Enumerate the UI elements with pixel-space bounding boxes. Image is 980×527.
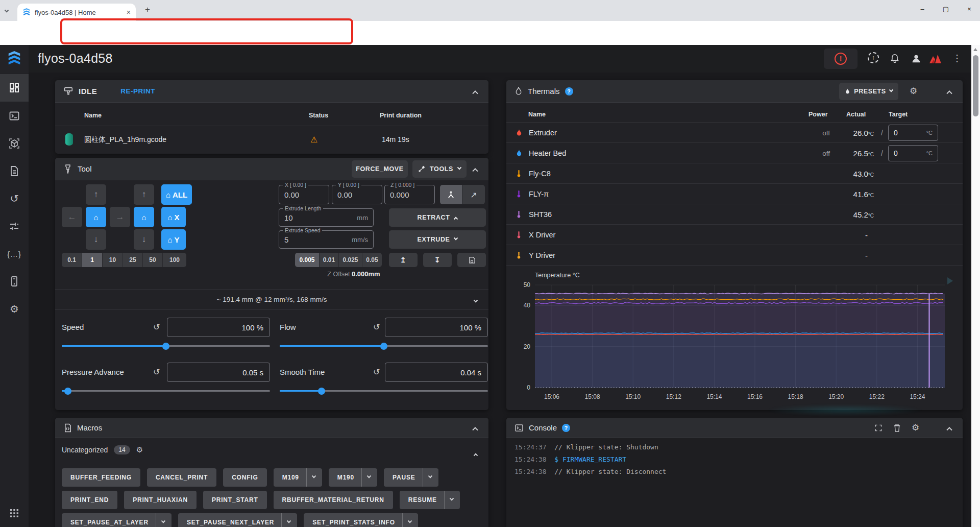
flow-estimate-text[interactable]: ~ 191.4 mm @ 12 mm³/s, 168 mm/s [55,296,488,303]
collapse-status-icon[interactable] [473,87,477,96]
macro-buffer-feeding[interactable]: BUFFER_FEEDING [62,468,140,487]
macro-dropdown-icon[interactable] [444,491,453,509]
window-close-button[interactable]: × [958,0,980,17]
macro-dropdown-icon[interactable] [306,468,315,487]
collapse-thermals-icon[interactable] [947,87,951,96]
macro-dropdown-icon[interactable] [423,468,432,487]
scrollbar-up-arrow[interactable] [973,48,977,51]
collapse-tool-icon[interactable] [473,164,477,174]
console-help-icon[interactable]: ? [562,424,570,432]
macro-print-start[interactable]: PRINT_START [203,491,267,509]
tab-search-icon[interactable] [5,6,8,15]
jog-y-minus-button[interactable]: ↓ [86,229,106,250]
temperature-chart[interactable]: 15:0615:0815:1015:1215:1415:1615:1815:20… [514,269,963,406]
sidebar-item-tune[interactable] [0,212,29,240]
collapse-category-icon[interactable] [474,448,477,458]
macro-set-pause-at-layer[interactable]: SET_PAUSE_AT_LAYER [62,513,172,527]
macro-print-end[interactable]: PRINT_END [62,491,117,509]
macro-rbuffer-material-return[interactable]: RBUFFER_MATERIAL_RETURN [274,491,393,509]
macro-category-row[interactable]: Uncategorized 14 ⚙ [62,445,143,454]
home-xy-button[interactable]: ⌂ [86,207,106,227]
smooth-time-field[interactable]: 0.04 s [385,363,488,382]
macro-set-pause-next-layer[interactable]: SET_PAUSE_NEXT_LAYER [178,513,297,527]
macro-pause[interactable]: PAUSE [384,468,438,487]
fly-brand-logo[interactable] [929,53,942,64]
presets-button[interactable]: PRESETS [839,83,898,100]
overflow-menu-icon[interactable]: ⋮ [952,53,962,64]
z-step-0.01[interactable]: 0.01 [320,253,339,267]
flow-slider[interactable] [280,345,488,347]
smooth-time-reset-icon[interactable]: ↺ [373,367,380,377]
sidebar-item-configuration[interactable]: {…} [0,240,29,268]
estimate-chevron-icon[interactable] [474,296,477,305]
jog-step-50[interactable]: 50 [143,253,163,267]
z-offset-save-button[interactable] [457,253,486,267]
relative-position-icon[interactable]: ↗ [462,185,485,204]
jog-step-100[interactable]: 100 [163,253,186,267]
page-scrollbar[interactable] [971,45,980,527]
z-step-0.05[interactable]: 0.05 [362,253,382,267]
sidebar-item-dashboard[interactable] [0,74,29,102]
jog-step-1[interactable]: 1 [82,253,103,267]
tools-dropdown-button[interactable]: TOOLS [412,160,467,178]
thermal-row-heater-bed[interactable]: Heater Bed off 26.5°C / 0 °C [506,143,963,163]
window-maximize-button[interactable]: ▢ [934,0,958,17]
smooth-time-slider[interactable] [280,390,488,392]
jog-step-group[interactable]: 0.1 1 10 25 50 100 [62,253,186,267]
sidebar-apps-button[interactable] [0,499,29,527]
pressure-advance-field[interactable]: 0.05 s [167,363,270,382]
y-position-field[interactable]: Y [ 0.00 ] 0.00 [332,185,382,204]
reprint-button[interactable]: RE-PRINT [120,87,155,95]
absolute-position-icon[interactable] [440,185,462,204]
macro-dropdown-icon[interactable] [156,513,165,527]
force-move-button[interactable]: FORCE_MOVE [352,160,408,178]
print-file-row[interactable]: 圆柱体_PLA_1h9m.gcode ⚠ 14m 19s [55,126,488,154]
sidebar-item-settings[interactable]: ⚙ [0,295,29,323]
macro-m190[interactable]: M190 [329,468,377,487]
speed-value-field[interactable]: 100 % [167,318,270,337]
jog-x-minus-button[interactable]: ← [62,207,82,227]
home-x-button[interactable]: ⌂X [161,207,186,227]
home-y-button[interactable]: ⌂Y [161,229,186,250]
pressure-advance-reset-icon[interactable]: ↺ [153,367,160,377]
tab-close-icon[interactable]: × [127,8,131,16]
jog-step-0.1[interactable]: 0.1 [62,253,82,267]
pressure-advance-slider-thumb[interactable] [64,388,71,395]
extrude-button[interactable]: EXTRUDE [389,230,486,249]
macro-config[interactable]: CONFIG [223,468,266,487]
jog-step-10[interactable]: 10 [103,253,123,267]
macro-cancel-print[interactable]: CANCEL_PRINT [147,468,216,487]
sidebar-item-gcode-preview[interactable] [0,130,29,157]
thermal-row-sht36[interactable]: SHT36 45.2°C [506,204,963,225]
speed-reset-icon[interactable]: ↺ [153,322,160,332]
jog-z-minus-button[interactable]: ↓ [134,229,154,250]
z-offset-down-button[interactable]: ↧ [423,253,452,267]
z-step-0.025[interactable]: 0.025 [339,253,362,267]
notifications-bell-icon[interactable] [889,53,900,64]
flow-slider-thumb[interactable] [380,343,387,350]
x-position-field[interactable]: X [ 0.00 ] 0.00 [279,185,329,204]
macro-dropdown-icon[interactable] [402,513,411,527]
extrude-length-field[interactable]: Extrude Length 10 mm [279,208,374,227]
smooth-time-slider-thumb[interactable] [318,388,325,395]
thermal-row-fly-c8[interactable]: Fly-C8 43.0°C [506,163,963,184]
thermal-row-fly-pi[interactable]: FLY-π 41.6°C [506,184,963,204]
thermals-settings-gear-icon[interactable]: ⚙ [910,86,917,97]
speed-slider-thumb[interactable] [162,343,169,350]
home-all-button[interactable]: ⌂ALL [161,184,192,205]
macro-set-print-stats-info[interactable]: SET_PRINT_STATS_INFO [304,513,418,527]
macro-dropdown-icon[interactable] [361,468,371,487]
fullscreen-icon[interactable] [874,424,883,432]
position-mode-toggle[interactable]: ↗ [440,185,485,204]
macro-dropdown-icon[interactable] [281,513,290,527]
trash-icon[interactable] [893,424,901,433]
extrude-speed-field[interactable]: Extrude Speed 5 mm/s [279,230,374,249]
z-offset-step-group[interactable]: 0.005 0.01 0.025 0.05 [295,253,382,267]
scrollbar-thumb[interactable] [973,55,978,116]
thermal-row-x-driver[interactable]: X Driver - [506,225,963,245]
jog-z-plus-button[interactable]: ↑ [134,184,154,205]
macro-m109[interactable]: M109 [274,468,322,487]
console-settings-gear-icon[interactable]: ⚙ [912,422,919,433]
browser-tab[interactable]: flyos-0a4d58 | Home × [17,4,136,21]
window-minimize-button[interactable]: – [911,0,934,17]
